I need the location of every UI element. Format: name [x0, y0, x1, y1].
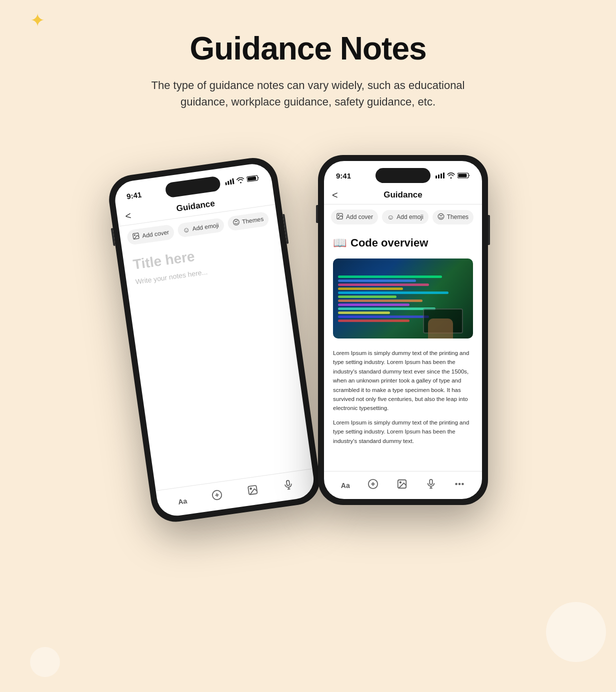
svg-rect-2	[230, 180, 232, 184]
nav-title-left: Guidance	[176, 198, 215, 214]
page-subtitle: The type of guidance notes can vary wide…	[133, 77, 483, 110]
svg-rect-19	[443, 172, 444, 178]
note-body-text: Lorem Ipsum is simply dummy text of the …	[333, 348, 473, 450]
add-emoji-icon-right: ☺	[387, 213, 394, 221]
dynamic-island-right	[376, 168, 430, 183]
wifi-icon-left	[236, 176, 245, 184]
code-line	[338, 288, 403, 290]
add-emoji-icon-left: ☺	[182, 226, 190, 234]
svg-line-15	[288, 489, 290, 490]
screen-content-right: 📖 Code overview	[324, 230, 482, 471]
svg-rect-1	[228, 181, 230, 185]
themes-label-left: Themes	[242, 216, 264, 226]
add-emoji-button-right[interactable]: ☺ Add emoji	[382, 210, 428, 224]
phones-container: 9:41	[128, 155, 488, 505]
battery-icon-left	[246, 174, 260, 182]
toolbar-right: Add cover ☺ Add emoji	[324, 204, 482, 230]
status-time-left: 9:41	[126, 190, 142, 200]
mic-button-right[interactable]	[426, 478, 436, 492]
svg-line-10	[215, 495, 218, 496]
aa-button-right[interactable]: Aa	[341, 482, 350, 490]
back-button-left[interactable]: <	[124, 210, 132, 222]
svg-rect-18	[440, 174, 442, 178]
plus-button-left[interactable]	[211, 489, 224, 504]
signal-icon-left	[224, 178, 234, 185]
more-button-right[interactable]	[454, 478, 465, 492]
star-decoration: ✦	[30, 10, 45, 31]
svg-rect-0	[225, 182, 227, 185]
phone-right-screen: 9:41	[324, 161, 482, 499]
svg-rect-3	[232, 178, 234, 184]
code-line	[338, 280, 416, 282]
face-button-left[interactable]	[246, 484, 260, 499]
hand-visual	[428, 318, 453, 338]
note-cover-image	[333, 258, 473, 338]
add-emoji-label-left: Add emoji	[192, 222, 220, 232]
code-line	[338, 300, 422, 302]
phone-right-frame: 9:41	[318, 155, 488, 505]
add-cover-icon-left	[132, 232, 140, 242]
svg-rect-5	[248, 176, 256, 181]
circle-decoration-2	[30, 647, 60, 677]
status-icons-left	[224, 174, 260, 185]
svg-point-23	[338, 214, 339, 216]
svg-point-32	[456, 484, 457, 485]
signal-icon-right	[436, 172, 444, 178]
phone-left-wrapper: 9:41	[106, 155, 323, 526]
svg-rect-21	[458, 174, 467, 178]
svg-point-12	[250, 488, 252, 490]
note-title: Code overview	[350, 236, 428, 250]
add-cover-button-right[interactable]: Add cover	[331, 210, 378, 224]
back-button-right[interactable]: <	[332, 190, 338, 201]
aa-button-left[interactable]: Aa	[178, 496, 188, 506]
code-line	[338, 304, 410, 306]
themes-label-right: Themes	[447, 214, 468, 220]
themes-icon-right	[438, 213, 444, 222]
note-title-row: 📖 Code overview	[333, 236, 473, 250]
code-line	[338, 276, 442, 278]
themes-icon-left	[232, 218, 240, 228]
svg-rect-17	[438, 174, 440, 178]
add-cover-icon-right	[336, 212, 344, 222]
add-cover-button-left[interactable]: Add cover	[126, 224, 175, 246]
bottom-bar-right: Aa	[324, 471, 482, 499]
plus-button-right[interactable]	[368, 478, 378, 492]
note-para-1: Lorem Ipsum is simply dummy text of the …	[333, 348, 473, 413]
svg-point-28	[400, 482, 401, 483]
status-icons-right	[436, 172, 470, 178]
svg-point-33	[459, 484, 460, 485]
phone-right-wrapper: 9:41	[318, 155, 488, 505]
add-emoji-button-left[interactable]: ☺ Add emoji	[177, 218, 225, 238]
code-line	[338, 292, 448, 294]
phone-left-screen: 9:41	[112, 162, 316, 518]
note-emoji: 📖	[333, 236, 346, 250]
face-button-right[interactable]	[396, 478, 408, 492]
svg-rect-16	[436, 176, 437, 178]
themes-button-left[interactable]: Themes	[226, 211, 270, 231]
phone-left-frame: 9:41	[106, 155, 323, 526]
mic-button-left[interactable]	[282, 479, 295, 494]
code-line	[338, 312, 390, 314]
page-title: Guidance Notes	[133, 30, 483, 67]
page-header: Guidance Notes The type of guidance note…	[133, 30, 483, 110]
wifi-icon-right	[447, 172, 455, 178]
code-line	[338, 316, 429, 318]
screen-content-left: Title here Write your notes here...	[122, 230, 312, 490]
code-line	[338, 296, 396, 298]
nav-title-right: Guidance	[384, 190, 422, 200]
code-line	[338, 308, 436, 310]
svg-point-34	[462, 484, 464, 485]
note-para-2: Lorem Ipsum is simply dummy text of the …	[333, 418, 473, 446]
code-line	[338, 284, 429, 286]
code-line	[338, 320, 410, 322]
nav-bar-right: < Guidance	[324, 186, 482, 204]
circle-decoration-1	[546, 602, 606, 662]
add-cover-label-right: Add cover	[346, 214, 373, 220]
status-time-right: 9:41	[336, 172, 351, 180]
svg-rect-29	[430, 480, 432, 484]
svg-point-7	[134, 234, 135, 236]
add-cover-label-left: Add cover	[142, 228, 169, 239]
themes-button-right[interactable]: Themes	[432, 210, 474, 224]
svg-rect-13	[286, 480, 290, 486]
battery-icon-right	[458, 172, 470, 178]
